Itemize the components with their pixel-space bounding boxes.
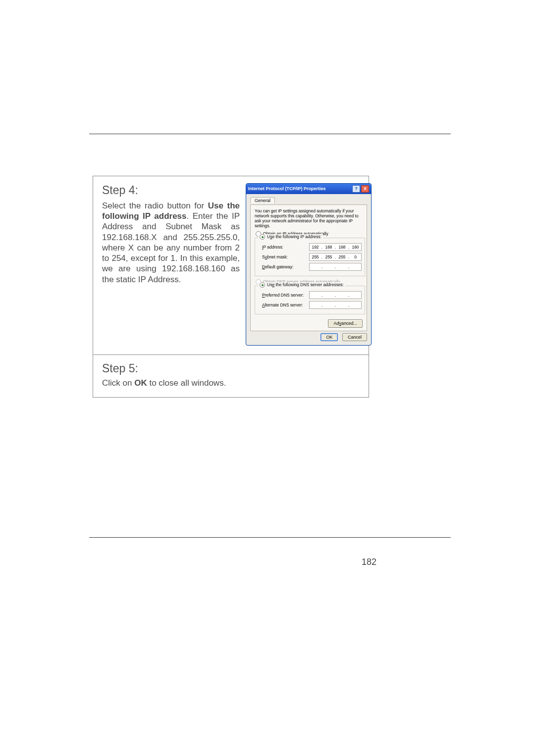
subnet-row: Subnet mask: Subnet mask: 255. 255. 255.…: [258, 253, 362, 261]
intro-text: You can get IP settings assigned automat…: [255, 209, 363, 228]
step-5-body-pre: Click on: [102, 378, 134, 388]
ip-oct[interactable]: 255: [323, 253, 334, 260]
subnet-input[interactable]: 255. 255. 255. 0: [309, 253, 362, 261]
ip-oct[interactable]: 192: [310, 244, 321, 251]
ip-oct[interactable]: 168: [323, 244, 334, 251]
step-4-body-pre: Select the radio button for: [102, 201, 208, 210]
tab-general[interactable]: General: [250, 197, 275, 203]
label-subnet: Subnet mask:: [258, 255, 309, 260]
step-4-title: Step 4:: [102, 183, 240, 198]
label-alt-dns: Alternate DNS server:: [258, 303, 309, 308]
help-icon[interactable]: ?: [352, 185, 360, 193]
tcpip-properties-dialog: Internet Protocol (TCP/IP) Properties ? …: [246, 183, 372, 346]
step-5-body-bold: OK: [134, 378, 147, 388]
ip-oct[interactable]: 168: [336, 244, 348, 251]
label-pref-dns: Preferred DNS server:: [258, 293, 309, 298]
ip-oct[interactable]: 160: [350, 244, 361, 251]
advanced-button[interactable]: Advanced...: [328, 319, 363, 327]
radio-icon: [260, 234, 265, 240]
radio-use-ip[interactable]: Use the following IP address: Use the fo…: [258, 234, 323, 240]
ip-group: Use the following IP address: Use the fo…: [255, 238, 365, 276]
pref-dns-row: Preferred DNS server: Preferred DNS serv…: [258, 291, 362, 299]
step-4-block: Step 4: Select the radio button for Use …: [93, 176, 369, 354]
ok-button[interactable]: OK: [321, 333, 338, 341]
ip-oct[interactable]: 255: [336, 253, 348, 260]
alt-dns-row: Alternate DNS server: Alternate DNS serv…: [258, 301, 362, 309]
step-5-title: Step 5:: [102, 362, 360, 375]
page-number: 182: [362, 557, 376, 567]
dialog-body: General You can get IP settings assigned…: [246, 194, 371, 345]
ip-oct[interactable]: 255: [310, 253, 321, 260]
step-4-body: Select the radio button for Use the foll…: [102, 201, 240, 285]
advanced-row: Advanced... Advanced...: [255, 317, 363, 327]
step-4-body-mid: . Enter the IP Address and Subnet Mask a…: [102, 211, 240, 284]
radio-use-dns[interactable]: Use the following DNS server addresses: …: [258, 282, 345, 288]
titlebar[interactable]: Internet Protocol (TCP/IP) Properties ? …: [246, 184, 371, 194]
radio-icon: [260, 282, 265, 288]
step-4-text: Step 4: Select the radio button for Use …: [102, 183, 240, 285]
bottom-rule: [89, 537, 451, 538]
step-5-body: Click on OK to close all windows.: [102, 378, 360, 388]
label-ip: IP address:: [258, 245, 309, 250]
dialog-buttons: OK Cancel: [250, 331, 367, 341]
radio-use-ip-label: Use the following IP address:: [267, 235, 321, 240]
radio-use-dns-label: Use the following DNS server addresses:: [267, 283, 344, 288]
instruction-box: Step 4: Select the radio button for Use …: [93, 176, 369, 398]
cancel-button[interactable]: Cancel: [342, 333, 367, 341]
tab-pane-general: You can get IP settings assigned automat…: [250, 204, 367, 331]
tab-strip: General: [250, 197, 367, 203]
alt-dns-input[interactable]: . . .: [309, 301, 362, 309]
step-5-block: Step 5: Click on OK to close all windows…: [93, 354, 369, 397]
gateway-input[interactable]: . . .: [309, 263, 362, 271]
step-5-body-post: to close all windows.: [147, 378, 226, 388]
ip-address-input[interactable]: 192. 168. 168. 160: [309, 243, 362, 251]
dialog-title: Internet Protocol (TCP/IP) Properties: [248, 186, 351, 191]
ip-oct[interactable]: 0: [350, 253, 361, 260]
page: 182 Step 4: Select the radio button for …: [0, 0, 535, 756]
gateway-row: Default gateway: Default gateway: . . .: [258, 263, 362, 271]
close-icon[interactable]: X: [361, 185, 369, 193]
label-gateway: Default gateway:: [258, 265, 309, 270]
dns-group: Use the following DNS server addresses: …: [255, 286, 365, 314]
ip-address-row: IP address: IP address: 192. 168. 168. 1…: [258, 243, 362, 251]
top-rule: [89, 134, 451, 134]
pref-dns-input[interactable]: . . .: [309, 291, 362, 299]
